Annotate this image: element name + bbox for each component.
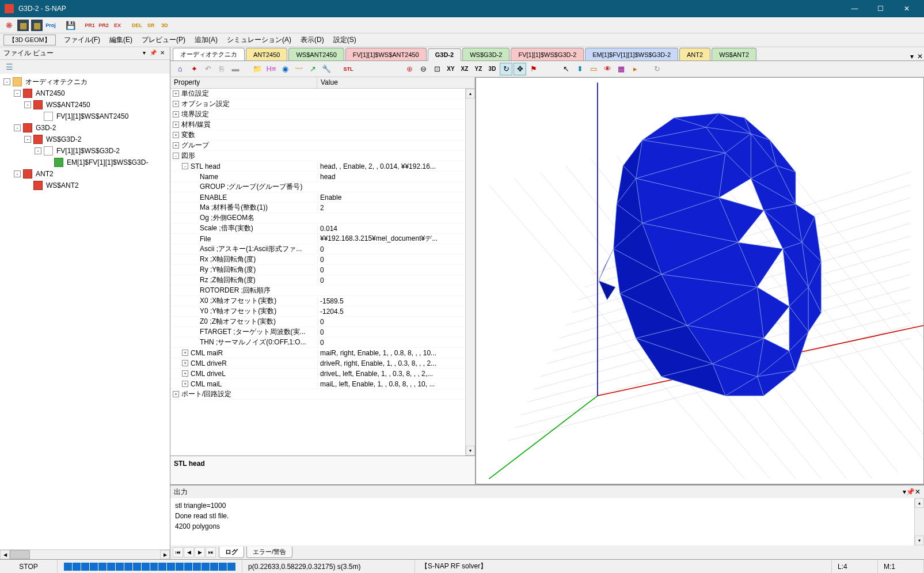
scroll-up-icon[interactable]: ▴: [915, 498, 924, 508]
scroll-thumb[interactable]: [10, 550, 30, 559]
tool-icon-3[interactable]: ▦: [31, 20, 43, 31]
group-icon[interactable]: ▭: [587, 63, 600, 75]
tree-toggle-icon[interactable]: -: [14, 170, 21, 177]
document-tab[interactable]: WS$ANT2: [712, 48, 756, 60]
property-toggle-icon[interactable]: +: [182, 350, 188, 356]
tree-item[interactable]: EM[1]$FV[1][1]$WS$G3D-: [1, 157, 169, 168]
tree-label[interactable]: WS$ANT2: [45, 181, 80, 190]
property-toggle-icon[interactable]: +: [173, 132, 179, 138]
tree-item[interactable]: -ANT2: [1, 168, 169, 180]
output-pin-icon[interactable]: 📌: [906, 488, 915, 496]
property-row[interactable]: ROTORDER ;回転順序: [170, 286, 475, 296]
tool-wrench-icon[interactable]: 🔧: [320, 63, 333, 75]
tree-label[interactable]: ANT2450: [35, 89, 66, 98]
tree-item[interactable]: -ANT2450: [1, 88, 169, 99]
view-xz-icon[interactable]: XZ: [458, 63, 471, 75]
property-row[interactable]: +材料/媒質: [170, 120, 475, 130]
tree-item[interactable]: WS$ANT2: [1, 180, 169, 191]
tool-h-icon[interactable]: H≡: [265, 63, 277, 75]
scroll-left-icon[interactable]: ◀: [0, 550, 10, 559]
property-value[interactable]: 0: [317, 245, 475, 253]
nav-prev-icon[interactable]: ◀: [184, 547, 194, 557]
maximize-button[interactable]: ☐: [868, 0, 893, 17]
tool-del[interactable]: DEL: [131, 20, 143, 31]
menu-edit[interactable]: 編集(E): [105, 34, 137, 46]
panel-pin-icon[interactable]: 📌: [149, 50, 157, 58]
nav-first-icon[interactable]: ⏮: [173, 547, 183, 557]
property-value[interactable]: Enable: [317, 193, 475, 202]
property-toggle-icon[interactable]: +: [182, 370, 188, 377]
property-toggle-icon[interactable]: +: [173, 142, 179, 149]
property-row[interactable]: THN ;サーマルノイズ(0:OFF,1:O...0: [170, 337, 475, 348]
tabs-dropdown-icon[interactable]: ▾: [908, 52, 916, 60]
tree-label[interactable]: WS$G3D-2: [45, 135, 82, 144]
property-row[interactable]: -図形: [170, 151, 475, 161]
panel-dropdown-icon[interactable]: ▾: [140, 50, 148, 58]
property-toggle-icon[interactable]: -: [173, 153, 179, 159]
document-tab[interactable]: FV[1][1]$WS$ANT2450: [345, 48, 427, 60]
home-icon[interactable]: ⌂: [174, 63, 187, 75]
output-close-icon[interactable]: ✕: [915, 488, 921, 496]
tree-label[interactable]: オーディオテクニカ: [24, 77, 89, 88]
refresh-view-icon[interactable]: ↻: [651, 63, 663, 75]
value-col-header[interactable]: Value: [317, 77, 475, 88]
property-body[interactable]: +単位設定+オプション設定+境界設定+材料/媒質+変数+グループ-図形-STL …: [170, 89, 475, 456]
view-yz-icon[interactable]: YZ: [472, 63, 485, 75]
tree-item[interactable]: -WS$G3D-2: [1, 134, 169, 145]
document-tab[interactable]: WS$G3D-2: [462, 48, 509, 60]
property-value[interactable]: 0: [317, 266, 475, 274]
minimize-button[interactable]: —: [842, 0, 868, 17]
document-tab[interactable]: G3D-2: [428, 48, 461, 61]
copy-icon[interactable]: ⎘: [215, 63, 228, 75]
property-row[interactable]: Rx ;X軸回転角(度)0: [170, 255, 475, 265]
output-body[interactable]: stl triangle=1000Done read stl file.4200…: [170, 498, 924, 545]
document-tab[interactable]: ANT2450: [246, 48, 287, 60]
property-value[interactable]: driveR, right, Enable, 1, , 0.3, 8, , , …: [317, 359, 475, 367]
property-value[interactable]: 0: [317, 276, 475, 284]
layer-icon[interactable]: ▦: [615, 63, 628, 75]
tree-label[interactable]: WS$ANT2450: [45, 100, 92, 109]
tool-pr2[interactable]: PR2: [98, 20, 109, 31]
property-row[interactable]: +単位設定: [170, 89, 475, 99]
property-row[interactable]: Og ;外側GEOM名: [170, 213, 475, 223]
property-row[interactable]: FTARGET ;ターゲット周波数(実...0: [170, 327, 475, 337]
property-row[interactable]: +ポート/回路設定: [170, 389, 475, 400]
property-value[interactable]: maiL, left, Enable, 1, , 0.8, 8, , , 10,…: [317, 380, 475, 388]
tool-stl-icon[interactable]: STL: [342, 63, 355, 75]
property-row[interactable]: Y0 ;Y軸オフセット(実数)-1204.5: [170, 306, 475, 317]
tree-item[interactable]: -オーディオテクニカ: [1, 76, 169, 88]
tool-sr[interactable]: SR: [145, 20, 157, 31]
view-3d-icon[interactable]: 3D: [486, 63, 499, 75]
panel-close-icon[interactable]: ✕: [158, 50, 166, 58]
zoom-out-icon[interactable]: ⊖: [417, 63, 429, 75]
property-toggle-icon[interactable]: +: [173, 122, 179, 128]
paste-icon[interactable]: ▬: [229, 63, 242, 75]
scroll-track[interactable]: [10, 550, 160, 559]
document-tab[interactable]: WS$ANT2450: [288, 48, 344, 60]
property-toggle-icon[interactable]: +: [182, 360, 188, 366]
property-value[interactable]: driveL, left, Enable, 1, , 0.3, 8, , , 2…: [317, 370, 475, 378]
document-tab[interactable]: FV[1][1]$WS$G3D-2: [511, 48, 584, 60]
property-value[interactable]: 0: [317, 318, 475, 326]
property-row[interactable]: Ascii ;アスキー(1:Ascii形式ファ...0: [170, 244, 475, 255]
file-tree[interactable]: -オーディオテクニカ-ANT2450-WS$ANT2450FV[1][1]$WS…: [0, 74, 170, 549]
property-col-header[interactable]: Property: [170, 77, 317, 88]
property-value[interactable]: head: [317, 173, 475, 181]
property-toggle-icon[interactable]: -: [182, 163, 188, 169]
document-tab[interactable]: オーディオテクニカ: [173, 48, 245, 60]
save-icon[interactable]: 💾: [64, 20, 76, 31]
property-row[interactable]: +オプション設定: [170, 99, 475, 109]
property-row[interactable]: File¥¥192.168.3.215¥mel_document¥デ...: [170, 234, 475, 244]
tool-pr1[interactable]: PR1: [84, 20, 96, 31]
property-toggle-icon[interactable]: +: [173, 90, 179, 97]
property-row[interactable]: Namehead: [170, 172, 475, 182]
property-toggle-icon[interactable]: +: [173, 101, 179, 107]
tree-toggle-icon[interactable]: -: [14, 90, 21, 97]
nav-next-icon[interactable]: ▶: [195, 547, 205, 557]
property-row[interactable]: +CML driveLdriveL, left, Enable, 1, , 0.…: [170, 369, 475, 379]
menu-view[interactable]: 表示(D): [296, 34, 329, 46]
tree-label[interactable]: FV[1][1]$WS$G3D-2: [55, 146, 121, 155]
zoom-window-icon[interactable]: ⊡: [431, 63, 443, 75]
property-value[interactable]: 0: [317, 256, 475, 264]
property-row[interactable]: Rz ;Z軸回転角(度)0: [170, 275, 475, 286]
